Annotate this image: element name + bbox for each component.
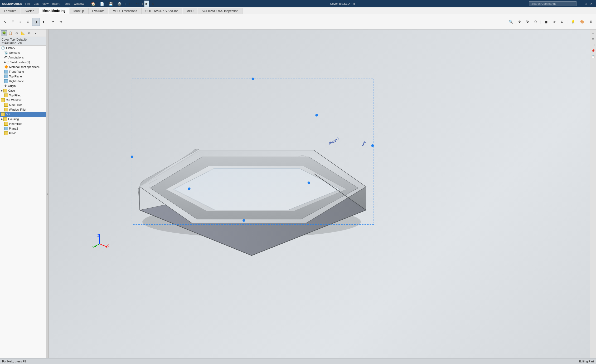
feature-tree-icon[interactable]: 🌳 [1, 30, 7, 36]
statusbar: For Help, press F1 Editing Part [0, 358, 596, 364]
selection-handle-far-right[interactable] [371, 144, 374, 147]
hide-show-btn[interactable]: 👁 [550, 18, 558, 25]
view-orient-btn[interactable]: ⬡ [532, 18, 539, 25]
pan-btn[interactable]: ✥ [516, 18, 523, 25]
open-btn[interactable]: 📄 [98, 1, 106, 7]
tab-features[interactable]: Features [0, 8, 20, 14]
sidebar-collapse-handle[interactable]: ‹ [46, 29, 49, 358]
minimize-btn[interactable]: ─ [578, 2, 583, 6]
menu-insert[interactable]: Insert [51, 2, 61, 6]
menu-file[interactable]: File [24, 2, 32, 6]
tree-item-fillet1[interactable]: Fillet1 [0, 131, 46, 136]
search-input[interactable] [529, 1, 576, 6]
cut-btn[interactable]: ✂ [49, 18, 57, 26]
rotate3d-btn[interactable]: ↻ [524, 18, 531, 25]
tree-item-solid-bodies[interactable]: ▶ ⬡ Solid Bodies(1) [0, 60, 46, 65]
tree-item-right-plane[interactable]: Right Plane [0, 79, 46, 83]
menu-window[interactable]: Window [72, 2, 85, 6]
tree-item-inner-fillet[interactable]: Inner fillet [0, 121, 46, 126]
front-plane-label: Front Plane [9, 70, 24, 73]
options-btn[interactable]: ⚙ [150, 1, 156, 7]
tab-mbd-dimensions[interactable]: MBD Dimensions [109, 8, 141, 14]
tab-mbd[interactable]: MBD [183, 8, 198, 14]
grid-view-btn[interactable]: ⊞ [9, 18, 17, 26]
new-btn[interactable]: 🏠 [89, 1, 97, 7]
window-controls: ─ □ ✕ [578, 2, 594, 6]
redo-btn[interactable]: ↪ [134, 1, 141, 7]
svg-text:X: X [107, 244, 109, 247]
tree-item-history[interactable]: 🕐 History [0, 46, 46, 50]
menu-tools[interactable]: Tools [62, 2, 72, 6]
plane2-icon [4, 127, 8, 130]
fill-btn[interactable]: ● [40, 18, 47, 26]
more-icon[interactable]: ▸ [33, 30, 38, 36]
extend-btn[interactable]: ⇒ [57, 18, 65, 26]
expand-arrow: ▶ [4, 61, 6, 63]
coordinate-triad: Z X Y [92, 234, 109, 249]
tree-item-material[interactable]: 🔶 Material <not specified> [0, 65, 46, 69]
config-manager-icon[interactable]: ⚙ [14, 30, 20, 36]
case-expand-arrow: ▶ [1, 89, 3, 92]
selection-handle-bottom-center[interactable] [243, 219, 245, 222]
menu-edit[interactable]: Edit [32, 2, 40, 6]
selection-handle-right[interactable] [315, 114, 318, 117]
tab-markup[interactable]: Markup [70, 8, 88, 14]
tree-item-case[interactable]: ▶ Case [0, 88, 46, 93]
statusbar-help: For Help, press F1 [2, 360, 26, 363]
save-btn[interactable]: 💾 [107, 1, 115, 7]
selection-handle-left[interactable] [131, 155, 133, 158]
dim-expert-icon[interactable]: 📐 [20, 30, 26, 36]
undo-btn[interactable]: ↩ [127, 1, 133, 7]
tab-sketch[interactable]: Sketch [21, 8, 38, 14]
close-btn[interactable]: ✕ [589, 2, 594, 6]
titlebar-right: ─ □ ✕ [529, 1, 594, 6]
titlebar-left: SOLIDWORKS File Edit View Insert Tools W… [2, 1, 156, 7]
selection-handle-top[interactable] [252, 78, 254, 80]
front-plane-icon [4, 70, 8, 73]
select-btn[interactable]: ▶ [144, 1, 149, 7]
lighting-btn[interactable]: 💡 [569, 18, 577, 25]
select-mode-btn[interactable]: ↖ [1, 18, 9, 26]
cut-window-icon [1, 98, 5, 102]
sidebar-icons: 🌳 📋 ⚙ 📐 👁 ▸ [0, 29, 46, 37]
maximize-btn[interactable]: □ [583, 2, 588, 6]
tree-item-side-fillet[interactable]: Side Fillet [0, 102, 46, 107]
property-manager-icon[interactable]: 📋 [7, 30, 13, 36]
viewport[interactable]: Plane2 Bot Z X Y [49, 29, 590, 358]
menu-view[interactable]: View [41, 2, 50, 6]
tab-solidworks-addins[interactable]: SOLIDWORKS Add-Ins [141, 8, 182, 14]
tab-mesh-modeling[interactable]: Mesh Modeling [38, 8, 69, 14]
top-fillet-label: Top Fillet [9, 94, 21, 97]
fillet1-label: Fillet1 [9, 132, 17, 135]
tab-inspection[interactable]: SOLIDWORKS Inspection [198, 8, 242, 14]
fillet1-icon [4, 131, 8, 135]
tree-item-origin[interactable]: ✛ Origin [0, 83, 46, 88]
tree-item-top-plane[interactable]: Top Plane [0, 74, 46, 79]
tab-evaluate[interactable]: Evaluate [88, 8, 109, 14]
display-manager-icon[interactable]: 👁 [26, 30, 32, 36]
selection-handle-bottom[interactable] [188, 188, 191, 190]
tree-item-bot[interactable]: Bot [0, 112, 46, 117]
tree-item-housing[interactable]: ▶ Housing [0, 117, 46, 121]
section-view-btn[interactable]: ⊡ [559, 18, 566, 25]
titlebar: SOLIDWORKS File Edit View Insert Tools W… [0, 0, 596, 7]
scene-btn[interactable]: 🖥 [587, 18, 595, 25]
display-style-btn[interactable]: ▣ [542, 18, 550, 25]
sensors-icon: 📡 [4, 51, 8, 55]
svg-text:Y: Y [92, 246, 94, 249]
list-view-btn[interactable]: ≡ [17, 18, 24, 26]
tree-item-front-plane[interactable]: Front Plane [0, 69, 46, 74]
tree-item-plane2[interactable]: Plane2 [0, 126, 46, 131]
tree-item-cut-window[interactable]: Cut Window [0, 98, 46, 102]
zoom-btn[interactable]: 🔍 [506, 18, 515, 25]
material-label: Material <not specified> [9, 65, 40, 68]
tree-item-sensors[interactable]: 📡 Sensors [0, 50, 46, 55]
selection-handle-br[interactable] [308, 181, 310, 184]
appearance-btn[interactable]: 🎨 [578, 18, 587, 25]
tree-item-annotations[interactable]: 🏷 Annotations [0, 55, 46, 60]
rotate-btn[interactable]: ⊕ [24, 18, 32, 26]
tree-item-window-fillet[interactable]: Window Fillet [0, 107, 46, 112]
push-pull-btn[interactable]: ◑ [32, 18, 40, 26]
print-btn[interactable]: 🖨️ [115, 1, 123, 7]
tree-item-top-fillet[interactable]: Top Fillet [0, 93, 46, 98]
